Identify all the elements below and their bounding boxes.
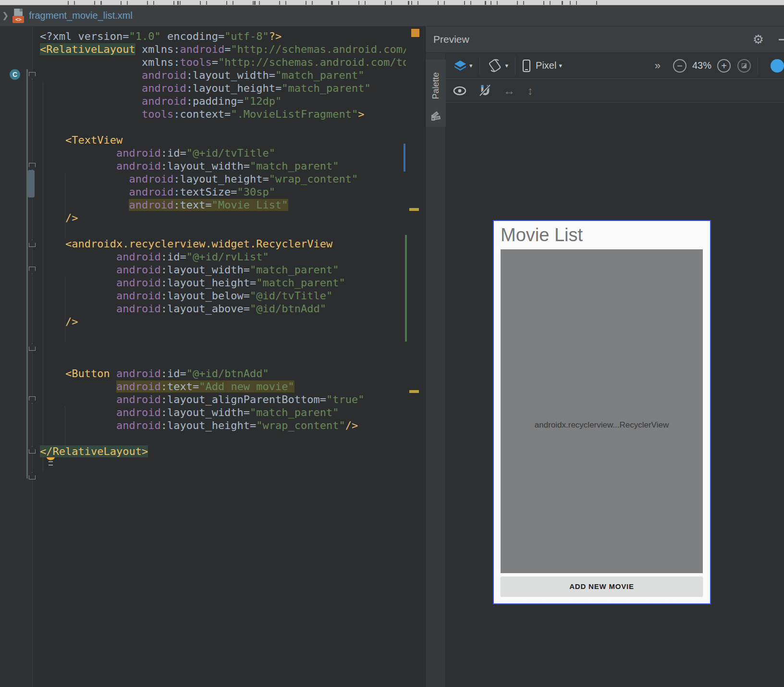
chevron-down-icon[interactable]: ▾ — [505, 62, 509, 69]
toolbar-separator — [479, 57, 480, 74]
zoom-in-button[interactable]: + — [717, 59, 731, 73]
tab-file-name[interactable]: fragment_movie_list.xml — [29, 10, 133, 21]
device-selector[interactable]: Pixel — [536, 60, 556, 71]
code-line[interactable]: <TextView — [40, 134, 406, 147]
code-token — [40, 277, 116, 289]
code-line[interactable]: android:padding="12dp" — [40, 95, 406, 108]
palette-tab-label: Palette — [431, 64, 441, 108]
code-token: :layout_height= — [161, 419, 257, 431]
stripe-highlight-mark[interactable] — [409, 390, 419, 393]
preview-recyclerview[interactable]: androidx.recyclerview...RecyclerView — [501, 249, 703, 573]
code-token — [40, 147, 116, 159]
code-token: :layout_height= — [186, 82, 282, 94]
code-token — [40, 212, 65, 224]
code-token: :layout_width= — [161, 160, 250, 172]
preview-add-movie-button[interactable]: ADD NEW MOVIE — [501, 577, 703, 596]
zoom-out-button[interactable]: − — [673, 59, 686, 73]
code-line[interactable] — [40, 432, 406, 445]
code-token: android — [116, 277, 161, 289]
code-line[interactable]: xmlns:tools="http://schemas.android.com/… — [40, 56, 406, 69]
stripe-selection-mark — [404, 144, 405, 172]
editor-tab-bar: ❯ <> fragment_movie_list.xml — [0, 5, 784, 26]
code-line[interactable]: tools:context=".MovieListFragment"> — [40, 108, 406, 121]
device-preview-frame[interactable]: Movie List androidx.recyclerview...Recyc… — [493, 220, 711, 604]
code-line[interactable]: android:id="@+id/rvList" — [40, 250, 406, 263]
breadcrumb-chevron-icon[interactable]: ❯ — [2, 11, 9, 21]
code-line[interactable]: android:layout_height="match_parent" — [40, 276, 406, 289]
code-token: :layout_width= — [186, 69, 275, 81]
code-line[interactable] — [40, 224, 406, 237]
gear-icon[interactable]: ⚙ — [753, 26, 764, 53]
code-line[interactable]: android:textSize="30sp" — [40, 185, 406, 198]
code-line[interactable]: android:layout_height="match_parent" — [40, 82, 406, 95]
code-token: xmlns: — [40, 56, 180, 68]
code-line[interactable]: <Button android:id="@+id/btnAdd" — [40, 367, 406, 380]
class-gutter-icon[interactable]: C — [10, 69, 20, 80]
render-status-dot[interactable] — [771, 59, 784, 73]
code-token — [40, 251, 116, 263]
chevron-down-icon[interactable]: ▾ — [559, 62, 562, 69]
autoconnect-off-magnet-icon[interactable] — [478, 84, 492, 98]
code-line[interactable]: android:layout_width="match_parent" — [40, 406, 406, 419]
zoom-to-fit-button[interactable] — [737, 59, 751, 73]
code-line[interactable]: android:layout_above="@id/btnAdd" — [40, 302, 406, 315]
code-line[interactable]: /> — [40, 211, 406, 224]
code-line[interactable] — [40, 121, 406, 134]
window-title-bar — [0, 0, 784, 5]
code-line[interactable]: android:layout_height="wrap_content" — [40, 172, 406, 185]
hide-panel-icon[interactable] — [779, 39, 784, 40]
code-line[interactable]: android:layout_width="match_parent" — [40, 159, 406, 172]
code-token: "12dp" — [244, 95, 282, 107]
code-line[interactable]: android:layout_alignParentBottom="true" — [40, 393, 406, 406]
code-editor[interactable]: <?xml version="1.0" encoding="utf-8"?><R… — [40, 30, 406, 683]
code-token: <?xml version= — [40, 30, 129, 42]
view-options-eye-icon[interactable] — [453, 86, 467, 96]
code-line[interactable]: android:text="Add new movie" — [40, 380, 406, 393]
code-token: android — [116, 147, 161, 159]
preview-toolbar: ▾ ▾ Pixel ▾ » − 43% + — [446, 53, 784, 79]
code-token: android — [116, 290, 161, 302]
code-line[interactable]: android:layout_width="match_parent" — [40, 263, 406, 276]
xml-layout-file-icon: <> — [12, 9, 24, 23]
code-token — [40, 69, 142, 81]
android-studio-window: { "tab_bar": { "file_name": "fragment_mo… — [0, 0, 784, 687]
code-line[interactable]: android:id="@+id/tvTitle" — [40, 147, 406, 159]
code-line[interactable]: </RelativeLayout> — [40, 445, 406, 458]
palette-tool-tab[interactable]: Palette — [426, 60, 446, 127]
code-line[interactable]: /> — [40, 315, 406, 328]
code-token: "@+id/tvTitle" — [186, 147, 275, 159]
fit-square-shape — [742, 63, 747, 68]
code-line[interactable]: <RelativeLayout xmlns:android="http://sc… — [40, 43, 406, 56]
chevron-down-icon[interactable]: ▾ — [469, 62, 473, 69]
code-line[interactable] — [40, 354, 406, 367]
code-line[interactable]: <androidx.recyclerview.widget.RecyclerVi… — [40, 237, 406, 250]
code-token: xmlns: — [135, 43, 180, 55]
stripe-highlight-mark[interactable] — [409, 208, 419, 211]
code-token: android — [129, 199, 173, 211]
inspection-status-square[interactable] — [411, 29, 419, 37]
design-surface-icon[interactable] — [453, 60, 467, 72]
code-line[interactable]: <?xml version="1.0" encoding="utf-8"?> — [40, 30, 406, 43]
code-line[interactable] — [40, 341, 406, 354]
device-phone-icon[interactable] — [522, 59, 531, 73]
code-token: "http://schemas.android.com/tools" — [218, 56, 406, 68]
code-line[interactable]: android:text="Movie List" — [40, 198, 406, 211]
code-token — [40, 264, 116, 276]
file-fold-shape — [20, 9, 23, 12]
code-token: android — [116, 406, 161, 418]
code-token: :padding= — [186, 95, 244, 107]
default-margins-h-icon[interactable]: ↔ — [503, 84, 515, 98]
code-line[interactable]: android:layout_below="@id/tvTitle" — [40, 289, 406, 302]
code-line[interactable]: android:layout_width="match_parent" — [40, 69, 406, 82]
code-token — [40, 82, 142, 94]
code-token: "@id/btnAdd" — [250, 303, 326, 315]
code-line[interactable] — [40, 328, 406, 341]
orientation-icon[interactable] — [487, 58, 503, 74]
code-token: android — [129, 186, 173, 198]
code-token: android — [116, 368, 161, 380]
preview-textview-title[interactable]: Movie List — [501, 225, 583, 245]
more-actions-chevrons-icon[interactable]: » — [655, 60, 661, 72]
default-margins-v-icon[interactable]: ↕ — [527, 84, 533, 98]
code-line[interactable]: android:layout_height="wrap_content"/> — [40, 419, 406, 432]
code-token: "match_parent" — [250, 264, 339, 276]
